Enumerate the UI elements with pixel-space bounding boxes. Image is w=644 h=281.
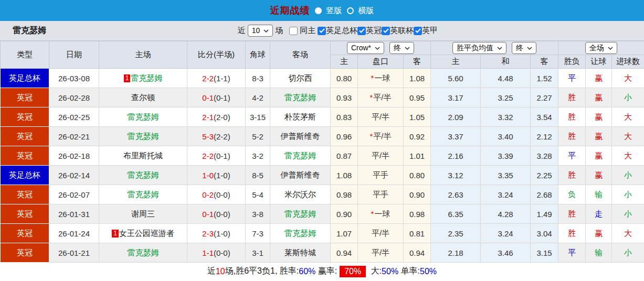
- league-checkbox-label[interactable]: 英冠: [366, 26, 382, 36]
- handicap-result-cell: 赢: [586, 224, 612, 243]
- handicap-cell: 平/半: [358, 146, 404, 166]
- league-checkbox-label[interactable]: 英联杯: [390, 26, 414, 36]
- odds-away-cell: 0.90: [404, 185, 431, 204]
- league-cell: 英冠: [1, 204, 49, 224]
- avg-home-cell: 6.35: [431, 204, 481, 224]
- avg-away-cell: 1.49: [531, 204, 558, 224]
- away-team-cell: 莱斯特城: [270, 243, 331, 263]
- match-count-select[interactable]: 10: [248, 25, 273, 37]
- league-cell: 英冠: [1, 243, 49, 263]
- horizontal-layout-label[interactable]: 横版: [358, 6, 374, 16]
- avg-home-cell: 3.17: [431, 88, 481, 107]
- home-team-cell: 布里斯托城: [99, 146, 187, 166]
- date-cell: 26-02-14: [49, 166, 99, 185]
- summary-segment: 10: [216, 267, 225, 276]
- date-cell: 26-01-24: [49, 224, 99, 243]
- corners-cell: 5-4: [246, 185, 270, 204]
- corners-cell: 7-3: [246, 224, 270, 243]
- odds-away-cell: 0.95: [404, 88, 431, 107]
- fulltime-select[interactable]: 全场: [585, 42, 617, 54]
- league-filter-item: 英联杯: [382, 26, 414, 36]
- halftime-score: (0-1): [214, 93, 230, 102]
- league-checkbox[interactable]: [318, 27, 326, 35]
- away-team-cell: 雷克瑟姆: [270, 204, 331, 224]
- corners-cell: 3-15: [246, 107, 270, 127]
- sub-col-header: 主: [431, 55, 481, 69]
- avg-home-cell: 2.35: [431, 224, 481, 243]
- home-team-cell: 雷克瑟姆: [99, 166, 187, 185]
- avg-type-select[interactable]: 胜平负均值: [452, 42, 506, 54]
- league-checkbox[interactable]: [357, 27, 366, 35]
- same-home-label[interactable]: 同主: [300, 26, 315, 36]
- team-label: 女王公园巡游者: [119, 229, 174, 237]
- avg-stage-select[interactable]: 终: [512, 42, 536, 54]
- filters-group: 近 10 场 同主 英足总杯英冠英联杯英甲: [238, 25, 438, 37]
- table-row: 英冠26-02-18布里斯托城2-2(0-1)3-2雷克瑟姆0.87平/半1.0…: [1, 146, 644, 166]
- odds-away-cell: 0.98: [404, 204, 431, 224]
- goals-result-cell: 大: [612, 127, 644, 146]
- avg-home-cell: 3.12: [431, 166, 481, 185]
- result-cell: 平: [558, 243, 586, 263]
- goals-result-cell: 小: [612, 243, 644, 263]
- team-label: 雷克瑟姆: [284, 93, 316, 102]
- team-label: 莱斯特城: [284, 248, 316, 257]
- vertical-layout-radio[interactable]: [315, 7, 322, 14]
- result-cell: 胜: [558, 107, 586, 127]
- same-home-checkbox[interactable]: [289, 27, 298, 35]
- odds-company-select[interactable]: Crow*: [347, 42, 384, 54]
- sub-col-header: 胜负: [558, 55, 586, 69]
- vertical-layout-label[interactable]: 竖版: [326, 6, 342, 16]
- home-team-cell: 雷克瑟姆: [99, 127, 187, 146]
- col-header-home: 主场: [99, 41, 187, 69]
- corners-cell: 3-2: [246, 146, 270, 166]
- league-filter-item: 英冠: [357, 26, 382, 36]
- goals-result-cell: 大: [612, 146, 644, 166]
- star-icon: *: [369, 132, 373, 140]
- date-cell: 26-01-21: [49, 243, 99, 263]
- home-team-cell: 1雷克瑟姆: [99, 69, 187, 88]
- handicap-cell: 平/半: [358, 243, 404, 263]
- odds-home-cell: 0.98: [331, 185, 358, 204]
- result-cell: 胜: [558, 224, 586, 243]
- col-header-type: 类型: [1, 41, 49, 69]
- home-team-cell: 查尔顿: [99, 88, 187, 107]
- league-cell: 英冠: [1, 107, 49, 127]
- horizontal-layout-radio[interactable]: [347, 7, 354, 14]
- handicap-result-cell: 输: [586, 243, 612, 263]
- league-checkbox-label[interactable]: 英甲: [422, 26, 438, 36]
- team-label: 雷克瑟姆: [131, 73, 162, 82]
- summary-segment: 50%: [382, 267, 398, 276]
- table-row: 英冠26-02-21雷克瑟姆5-3(2-2)5-2伊普斯维奇0.96*平/半0.…: [1, 127, 644, 146]
- date-cell: 26-03-08: [49, 69, 99, 88]
- table-row: 英冠26-02-25雷克瑟姆2-1(2-0)3-15朴茨茅斯0.83平/半1.0…: [1, 107, 644, 127]
- team-label: 米尔沃尔: [284, 190, 316, 199]
- odds-away-cell: 1.01: [404, 146, 431, 166]
- handicap-cell: 平/半: [358, 107, 404, 127]
- table-row: 英足总杯26-02-14雷克瑟姆1-0(1-0)8-5伊普斯维奇1.08平手0.…: [1, 166, 644, 185]
- league-checkbox[interactable]: [414, 27, 422, 35]
- table-row: 英冠26-01-31谢周三0-1(0-0)3-8雷克瑟姆0.90*一球0.986…: [1, 204, 644, 224]
- team-label: 雷克瑟姆: [128, 112, 159, 121]
- odds-away-cell: 0.80: [404, 166, 431, 185]
- corners-cell: 8-5: [246, 166, 270, 185]
- odds-away-cell: 0.92: [404, 127, 431, 146]
- handicap-result-cell: 赢: [586, 107, 612, 127]
- result-cell: 胜: [558, 166, 586, 185]
- league-checkbox-label[interactable]: 英足总杯: [326, 26, 357, 36]
- score-cell: 0-2(0-0): [187, 185, 246, 204]
- odds-home-cell: 0.87: [331, 146, 358, 166]
- odds-stage-select[interactable]: 终: [389, 42, 414, 54]
- sub-col-header: 让球: [586, 55, 612, 69]
- team-label: 伊普斯维奇: [281, 132, 320, 140]
- league-checkbox[interactable]: [382, 27, 390, 35]
- games-label: 场: [275, 26, 283, 36]
- league-cell: 英冠: [1, 185, 49, 204]
- away-team-cell: 伊普斯维奇: [270, 127, 331, 146]
- goals-result-cell: 小: [612, 166, 644, 185]
- summary-segment: 60%: [299, 267, 315, 276]
- away-team-cell: 雷克瑟姆: [270, 224, 331, 243]
- league-cell: 英足总杯: [1, 69, 49, 88]
- avg-group-header: 胜平负均值 终: [431, 41, 558, 55]
- team-label: 查尔顿: [131, 93, 155, 102]
- fulltime-group-header: 全场: [558, 41, 644, 55]
